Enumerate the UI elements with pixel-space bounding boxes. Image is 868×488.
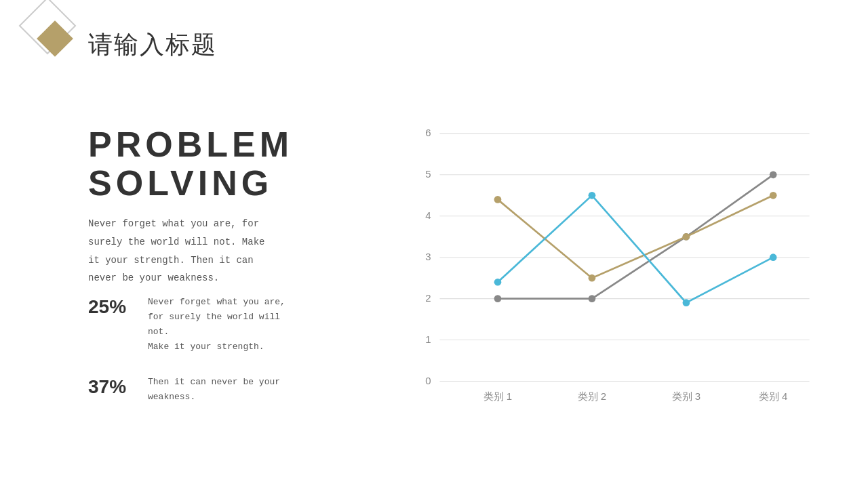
- svg-text:6: 6: [425, 127, 431, 138]
- left-panel: PROBLEM SOLVING Never forget what you ar…: [88, 125, 393, 287]
- stats-section: 25% Never forget what you are, for surel…: [88, 295, 393, 426]
- svg-text:3: 3: [425, 251, 431, 262]
- svg-text:0: 0: [425, 375, 431, 386]
- description-text: Never forget what you are, for surely th…: [88, 215, 393, 287]
- series1-point1: [494, 295, 502, 302]
- title-line2: SOLVING: [88, 163, 273, 203]
- series1-point2: [589, 295, 596, 302]
- svg-text:类别 3: 类别 3: [672, 390, 701, 402]
- svg-text:1: 1: [425, 333, 431, 345]
- chart-series-2: [498, 195, 773, 278]
- svg-text:类别 1: 类别 1: [484, 390, 512, 402]
- section-title: PROBLEM SOLVING: [88, 125, 393, 203]
- stat-item-1: 25% Never forget what you are, for surel…: [88, 295, 393, 354]
- series2-point2: [589, 274, 596, 282]
- series2-point1: [494, 196, 502, 203]
- page-title: 请输入标题: [88, 28, 217, 62]
- series1-point4: [770, 171, 777, 178]
- chart-container: 6 5 4 3 2 1 0 类别 1 类别 2 类别 3 类别 4: [403, 125, 824, 417]
- series3-point2: [589, 192, 596, 199]
- stat-percent-2: 37%: [88, 376, 142, 398]
- title-line1: PROBLEM: [88, 125, 293, 164]
- svg-text:5: 5: [425, 168, 431, 180]
- top-decoration: [0, 0, 81, 81]
- stat-item-2: 37% Then it can never be your weakness.: [88, 375, 393, 405]
- line-chart: 6 5 4 3 2 1 0 类别 1 类别 2 类别 3 类别 4: [403, 125, 824, 417]
- series3-point4: [770, 253, 777, 261]
- series3-point3: [683, 299, 690, 306]
- stat-text-1: Never forget what you are, for surely th…: [148, 295, 285, 354]
- chart-series-3: [498, 195, 773, 302]
- svg-text:类别 2: 类别 2: [578, 390, 606, 402]
- stat-text-2: Then it can never be your weakness.: [148, 375, 280, 405]
- svg-text:4: 4: [425, 209, 431, 221]
- chart-series-1: [498, 175, 773, 299]
- svg-text:2: 2: [425, 292, 431, 304]
- series2-point4: [770, 192, 777, 199]
- stat-percent-1: 25%: [88, 296, 142, 318]
- series2-point3: [683, 233, 690, 241]
- series3-point1: [494, 279, 502, 286]
- svg-text:类别 4: 类别 4: [759, 390, 787, 402]
